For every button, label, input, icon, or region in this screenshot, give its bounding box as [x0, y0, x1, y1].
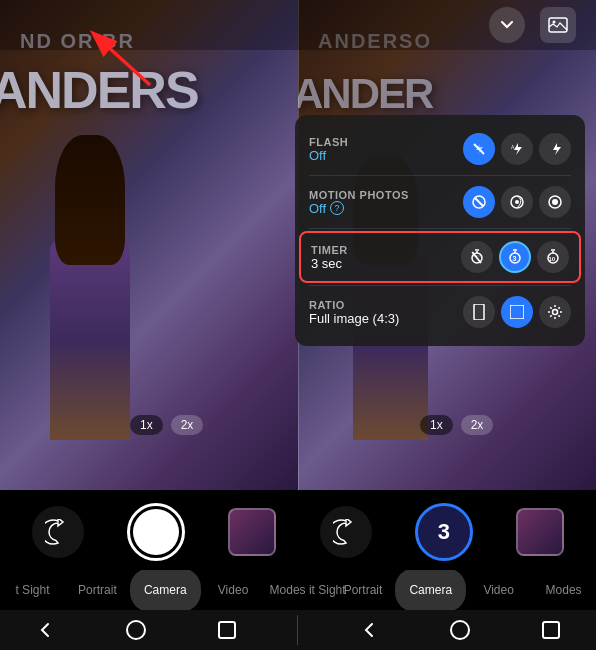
motion-off-button[interactable] — [463, 186, 495, 218]
motion-on-button[interactable] — [539, 186, 571, 218]
thumbnail-preview-left — [230, 510, 274, 554]
mode-item-video-left[interactable]: Video — [201, 570, 266, 610]
motion-photos-icons — [463, 186, 571, 218]
rotate-button-right[interactable] — [320, 506, 372, 558]
ratio-value: Full image (4:3) — [309, 311, 399, 326]
navigation-bar — [0, 610, 596, 650]
zoom-controls-left: 1x 2x — [130, 415, 203, 435]
motion-auto-icon — [509, 194, 525, 210]
motion-photos-setting-row: MOTION PHOTOS Off ? — [295, 178, 585, 226]
settings-gear-button[interactable] — [539, 296, 571, 328]
thumbnail-button-right[interactable] — [516, 508, 564, 556]
mode-item-camera-left[interactable]: Camera — [130, 570, 201, 610]
gallery-button[interactable] — [540, 7, 576, 43]
divider-3 — [309, 285, 571, 286]
back-button-right[interactable] — [349, 610, 389, 650]
zoom-1x-right[interactable]: 1x — [420, 415, 453, 435]
flash-value: Off — [309, 148, 348, 163]
flash-label: FLASH — [309, 136, 348, 148]
timer-setting-row: TIMER 3 sec — [299, 231, 581, 283]
character-body — [50, 240, 130, 440]
rotate-button-left[interactable] — [32, 506, 84, 558]
flash-off-icon — [472, 142, 486, 156]
recent-button-right[interactable] — [531, 610, 571, 650]
help-icon: ? — [330, 201, 344, 215]
timer-3s-button[interactable]: 3 — [499, 241, 531, 273]
svg-point-3 — [553, 21, 556, 24]
svg-text:10: 10 — [549, 256, 556, 262]
timer-off-button[interactable] — [461, 241, 493, 273]
shutter-button-left[interactable] — [127, 503, 185, 561]
ratio-setting-row: RATIO Full image (4:3) — [295, 288, 585, 336]
shutter-inner-left — [133, 509, 179, 555]
rotate-icon-left — [45, 519, 71, 545]
back-button-left[interactable] — [25, 610, 65, 650]
chevron-down-button[interactable] — [489, 7, 525, 43]
character-hair — [55, 135, 125, 265]
mode-item-modes-right[interactable]: Modes — [531, 570, 596, 610]
chevron-down-icon — [499, 17, 515, 33]
divider-2 — [309, 228, 571, 229]
home-icon-left — [125, 619, 147, 641]
flash-on-button[interactable] — [539, 133, 571, 165]
home-button-right[interactable] — [440, 610, 480, 650]
flash-auto-button[interactable]: A — [501, 133, 533, 165]
settings-panel: FLASH Off A — [295, 115, 585, 346]
zoom-1x-left[interactable]: 1x — [130, 415, 163, 435]
mode-item-camera-right[interactable]: Camera — [395, 570, 466, 610]
svg-point-27 — [553, 310, 558, 315]
home-button-left[interactable] — [116, 610, 156, 650]
ratio-portrait-button[interactable] — [463, 296, 495, 328]
character-figure-left — [20, 160, 180, 440]
rotate-icon-right — [333, 519, 359, 545]
timer-10s-button[interactable]: 10 — [537, 241, 569, 273]
bg-text-anderson-right: ANDER — [298, 70, 432, 118]
timer-off-icon — [469, 249, 485, 265]
ratio-square-button[interactable] — [501, 296, 533, 328]
timer-3s-icon: 3 — [507, 249, 523, 265]
thumbnail-preview-right — [518, 510, 562, 554]
home-icon-right — [449, 619, 471, 641]
zoom-controls-right: 1x 2x — [420, 415, 493, 435]
motion-photos-label: MOTION PHOTOS — [309, 189, 409, 201]
gallery-icon — [548, 17, 568, 33]
svg-line-7 — [475, 198, 483, 206]
divider-1 — [309, 175, 571, 176]
mode-item-portrait-left[interactable]: Portrait — [65, 570, 130, 610]
mode-item-modes-sight-left[interactable]: Modes it Sight — [266, 570, 331, 610]
flash-icons: A — [463, 133, 571, 165]
timer-icons: 3 10 — [461, 241, 569, 273]
mode-item-sight-left[interactable]: t Sight — [0, 570, 65, 610]
svg-point-30 — [451, 621, 469, 639]
flash-setting-row: FLASH Off A — [295, 125, 585, 173]
recent-button-left[interactable] — [207, 610, 247, 650]
ratio-square-icon — [510, 305, 524, 319]
motion-auto-button[interactable] — [501, 186, 533, 218]
zoom-2x-right[interactable]: 2x — [461, 415, 494, 435]
timer-countdown: 3 — [438, 519, 450, 545]
mode-item-video-right[interactable]: Video — [466, 570, 531, 610]
timer-label: TIMER — [311, 244, 348, 256]
svg-rect-26 — [510, 305, 524, 319]
motion-on-icon — [547, 194, 563, 210]
motion-photos-value: Off ? — [309, 201, 409, 216]
flash-off-button[interactable] — [463, 133, 495, 165]
bottom-controls: 3 t Sight Portrait Camera Video Modes it… — [0, 490, 596, 650]
mode-item-portrait-right[interactable]: Portrait — [331, 570, 396, 610]
svg-rect-25 — [474, 304, 484, 320]
zoom-2x-left[interactable]: 2x — [171, 415, 204, 435]
ratio-label: RATIO — [309, 299, 399, 311]
thumbnail-button-left[interactable] — [228, 508, 276, 556]
timer-shutter-button[interactable]: 3 — [415, 503, 473, 561]
ratio-portrait-icon — [472, 304, 486, 320]
back-icon-right — [359, 620, 379, 640]
recent-icon-left — [218, 621, 236, 639]
svg-point-10 — [552, 199, 558, 205]
flash-auto-icon: A — [509, 141, 525, 157]
timer-value: 3 sec — [311, 256, 348, 271]
svg-point-28 — [127, 621, 145, 639]
svg-rect-29 — [219, 622, 235, 638]
svg-text:3: 3 — [513, 255, 517, 262]
viewfinder: ND OR BR ANDERS ANDERSO ANDER — [0, 0, 596, 490]
svg-rect-31 — [543, 622, 559, 638]
